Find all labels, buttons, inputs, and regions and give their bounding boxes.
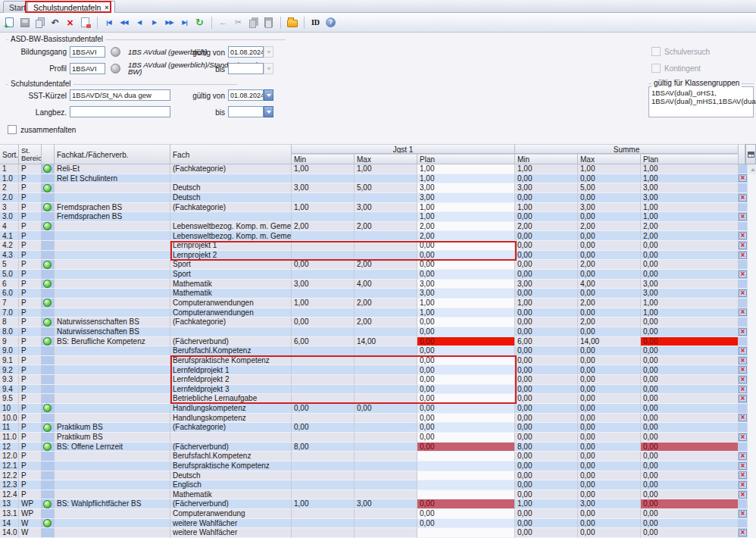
cell-sort[interactable]: 1 xyxy=(0,164,19,174)
cell-jgst1-max[interactable] xyxy=(355,327,417,337)
cell-sort[interactable]: 9.2 xyxy=(0,365,19,375)
cell-fach[interactable]: Lebensweltbezog. Komp. m. Gemeinschaftsk… xyxy=(170,222,292,232)
scroll-up-button[interactable] xyxy=(748,164,756,174)
cell-summe-max[interactable]: 0,00 xyxy=(578,365,641,375)
cell-jgst1-plan[interactable] xyxy=(417,461,515,471)
expand-row-icon[interactable] xyxy=(43,222,52,230)
cell-jgst1-plan[interactable]: 0,00 xyxy=(417,270,515,280)
cell-fach[interactable]: weitere Wahlfächer xyxy=(170,528,292,538)
cell-summe-max[interactable]: 0,00 xyxy=(578,394,641,404)
expand-row-icon[interactable] xyxy=(43,519,52,527)
cell-fachkat[interactable] xyxy=(55,404,170,414)
cell-sort[interactable]: 12 xyxy=(0,443,19,452)
cell-fach[interactable]: (Fachkategorie) xyxy=(170,423,292,433)
cell-jgst1-plan[interactable]: 0,00 xyxy=(417,404,515,414)
cell-jgst1-max[interactable]: 2,00 xyxy=(355,260,417,270)
cell-fach[interactable]: Lernfeldprojekt 2 xyxy=(170,375,292,385)
cell-jgst1-min[interactable]: 0,00 xyxy=(292,423,355,433)
delete-row-button[interactable]: × xyxy=(739,347,747,355)
cell-summe-plan[interactable]: 0,00 xyxy=(641,519,739,529)
cell-summe-min[interactable]: 2,00 xyxy=(515,222,578,232)
cell-jgst1-min[interactable]: 6,00 xyxy=(292,337,355,347)
cell-sort[interactable]: 9.4 xyxy=(0,385,19,395)
cell-fachkat[interactable] xyxy=(55,308,170,318)
delete-row-button[interactable]: × xyxy=(739,232,747,239)
cell-summe-min[interactable]: 0,00 xyxy=(515,433,578,443)
delete-button[interactable]: × xyxy=(63,15,77,30)
cell-fach[interactable]: Mathematik xyxy=(170,490,292,500)
cell-jgst1-min[interactable] xyxy=(292,365,355,375)
cell-summe-plan[interactable]: 1,00 xyxy=(641,212,739,222)
cell-summe-min[interactable]: 0,00 xyxy=(515,231,578,241)
previous-record-button[interactable]: ◀ xyxy=(132,15,146,30)
cell-sort[interactable]: 13 xyxy=(0,499,19,509)
cell-fachkat[interactable] xyxy=(55,299,170,308)
cell-jgst1-max[interactable] xyxy=(355,471,417,481)
cell-jgst1-plan[interactable] xyxy=(417,471,515,481)
cell-sort[interactable]: 4.1 xyxy=(0,231,19,241)
refresh-button[interactable]: ↻ xyxy=(192,15,207,30)
fast-back-button[interactable]: ◀◀ xyxy=(117,15,131,30)
cell-jgst1-max[interactable] xyxy=(355,452,417,461)
cell-summe-max[interactable]: 0,00 xyxy=(578,433,641,443)
help-button[interactable]: ? xyxy=(323,15,338,30)
first-record-button[interactable]: |◀ xyxy=(102,15,116,30)
header-summe-min[interactable]: Min xyxy=(515,154,578,164)
cell-st-bereich[interactable]: P xyxy=(19,327,42,337)
cell-summe-max[interactable]: 0,00 xyxy=(578,385,641,395)
cell-summe-plan[interactable]: 3,00 xyxy=(641,193,739,203)
cell-fach[interactable]: (Fachkategorie) xyxy=(170,164,292,174)
cell-jgst1-min[interactable]: 0,00 xyxy=(292,260,355,270)
cell-fachkat[interactable]: Reli-Et xyxy=(55,164,170,174)
header-summe-max[interactable]: Max xyxy=(578,154,641,164)
cell-summe-max[interactable]: 3,00 xyxy=(578,499,641,509)
delete-row-button[interactable]: × xyxy=(739,491,747,499)
cell-summe-plan[interactable]: 0,00 xyxy=(641,461,739,471)
delete-row-button[interactable]: × xyxy=(739,328,747,336)
cell-st-bereich[interactable]: P xyxy=(19,480,42,490)
cell-fachkat[interactable] xyxy=(55,365,170,375)
table-settings-button[interactable] xyxy=(745,144,756,164)
cell-jgst1-plan[interactable]: 2,00 xyxy=(417,231,515,241)
cell-fach[interactable]: Lernfeldprojekt 3 xyxy=(170,385,292,395)
cell-fach[interactable]: Deutsch xyxy=(170,471,292,481)
cell-summe-min[interactable]: 0,00 xyxy=(515,365,578,375)
cell-fach[interactable]: (Fachkategorie) xyxy=(170,317,292,327)
cell-sort[interactable]: 6.0 xyxy=(0,289,19,299)
cell-jgst1-max[interactable]: 3,00 xyxy=(355,203,417,213)
cell-fach[interactable]: Handlungskompetenz xyxy=(170,404,292,414)
cell-jgst1-max[interactable]: 5,00 xyxy=(355,183,417,193)
cell-jgst1-max[interactable] xyxy=(355,423,417,433)
sst-gueltig-von-field[interactable]: 01.08.2024 xyxy=(228,89,264,101)
cell-jgst1-min[interactable] xyxy=(292,212,355,222)
cell-summe-plan[interactable]: 0,00 xyxy=(641,443,739,452)
cell-sort[interactable]: 3.0 xyxy=(0,212,19,222)
cell-summe-plan[interactable]: 1,00 xyxy=(641,308,739,318)
delete-row-button[interactable]: × xyxy=(739,357,747,364)
cell-summe-min[interactable]: 0,00 xyxy=(515,327,578,337)
cell-jgst1-min[interactable] xyxy=(292,270,355,280)
back-arrow-button[interactable]: ← xyxy=(216,15,230,30)
cell-jgst1-plan[interactable]: 3,00 xyxy=(417,193,515,203)
cell-jgst1-plan[interactable]: 1,00 xyxy=(417,299,515,308)
cell-summe-min[interactable]: 0,00 xyxy=(515,308,578,318)
cell-jgst1-min[interactable] xyxy=(292,414,355,424)
cell-summe-plan[interactable]: 0,00 xyxy=(641,251,739,261)
cell-fach[interactable]: (Fächerverbund) xyxy=(170,337,292,347)
cell-fachkat[interactable] xyxy=(55,183,170,193)
cell-st-bereich[interactable]: P xyxy=(19,461,42,471)
cut-button[interactable]: ✂ xyxy=(231,15,245,30)
cell-fachkat[interactable]: Fremdsprachen BS xyxy=(55,203,170,213)
close-icon[interactable]: × xyxy=(105,4,108,11)
cell-summe-max[interactable]: 0,00 xyxy=(578,509,641,519)
cell-jgst1-plan[interactable]: 1,00 xyxy=(417,212,515,222)
cell-fach[interactable] xyxy=(170,174,292,184)
cell-summe-plan[interactable]: 0,00 xyxy=(641,433,739,443)
cell-summe-min[interactable]: 0,00 xyxy=(515,471,578,481)
cell-jgst1-plan[interactable]: 3,00 xyxy=(417,289,515,299)
header-st-bereich[interactable]: St. Bereich xyxy=(19,144,42,164)
cell-jgst1-min[interactable]: 8,00 xyxy=(292,443,355,452)
cell-summe-plan[interactable]: 0,00 xyxy=(641,375,739,385)
cell-fachkat[interactable] xyxy=(55,289,170,299)
cell-jgst1-max[interactable] xyxy=(355,365,417,375)
